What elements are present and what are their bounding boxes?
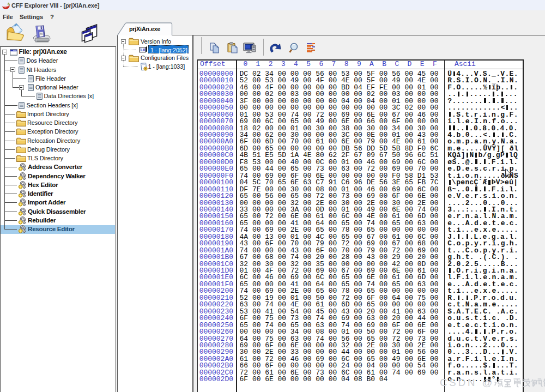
svg-text:1.0: 1.0 (140, 47, 146, 51)
